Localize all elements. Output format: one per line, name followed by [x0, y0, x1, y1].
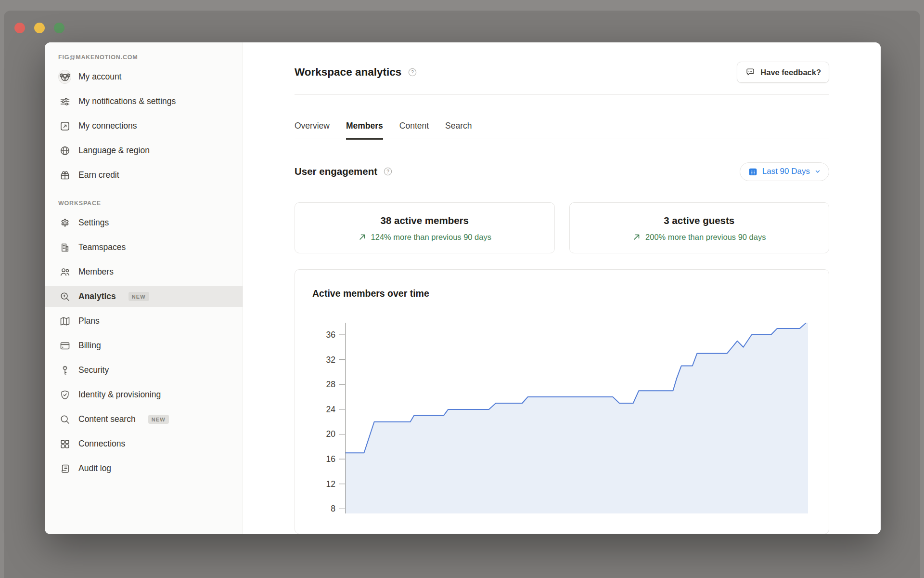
y-tick-label: 16: [326, 454, 335, 464]
trend-up-icon: [632, 233, 641, 241]
analytics-main: Workspace analytics ? Have feedback?: [243, 42, 881, 534]
have-feedback-button[interactable]: Have feedback?: [737, 62, 829, 83]
arrow-up-right-square-icon: [58, 119, 71, 132]
sidebar-item-label: Analytics: [78, 291, 116, 302]
sidebar-item-notifications-settings[interactable]: My notifications & settings: [45, 91, 243, 112]
y-tick-label: 28: [326, 380, 335, 389]
header-divider: [295, 94, 829, 95]
sidebar-item-label: Earn credit: [78, 170, 119, 181]
settings-modal: FIG@MAKENOTION.COM My account: [45, 42, 881, 534]
sliders-icon: [58, 95, 71, 108]
workspace-section-label: WORKSPACE: [58, 200, 243, 207]
analytics-tabs: Overview Members Content Search: [295, 121, 829, 139]
app-window: FIG@MAKENOTION.COM My account: [4, 11, 920, 578]
stat-cards: 38 active members 124% more than previou…: [295, 202, 829, 253]
sidebar-item-content-search[interactable]: Content search NEW: [45, 409, 243, 430]
y-tick-label: 32: [326, 355, 335, 365]
chat-bubble-icon: [745, 67, 756, 78]
building-icon: [58, 241, 71, 254]
active-members-delta: 124% more than previous 90 days: [371, 233, 491, 242]
help-icon[interactable]: ?: [408, 67, 417, 77]
magnifier-icon: [58, 413, 71, 426]
page-title: Workspace analytics: [295, 66, 401, 79]
sidebar-item-label: Audit log: [78, 463, 111, 474]
chart-title: Active members over time: [312, 288, 811, 299]
y-tick-label: 8: [331, 504, 335, 513]
sidebar-item-earn-credit[interactable]: Earn credit: [45, 165, 243, 185]
sidebar-item-my-connections[interactable]: My connections: [45, 116, 243, 136]
sidebar-item-label: My notifications & settings: [78, 96, 176, 107]
sidebar-item-my-account[interactable]: My account: [45, 66, 243, 87]
sidebar-item-connections[interactable]: Connections: [45, 434, 243, 454]
sidebar-item-analytics[interactable]: Analytics NEW: [45, 286, 243, 307]
trend-up-icon: [358, 233, 367, 241]
key-icon: [58, 364, 71, 377]
sidebar-item-label: Billing: [78, 340, 101, 352]
close-window-button[interactable]: [14, 23, 25, 33]
chevron-down-icon: [814, 168, 821, 175]
date-range-dropdown[interactable]: Last 90 Days: [740, 162, 829, 181]
active-members-chart: 363228242016128: [295, 323, 830, 513]
y-tick-label: 20: [326, 429, 336, 439]
tab-overview[interactable]: Overview: [295, 121, 330, 140]
sidebar-item-label: Members: [78, 266, 114, 278]
sidebar-item-audit-log[interactable]: Audit log: [45, 458, 243, 479]
zoom-window-button[interactable]: [54, 23, 64, 33]
koala-avatar: [58, 70, 71, 83]
section-title: User engagement: [295, 166, 377, 177]
sidebar-item-billing[interactable]: Billing: [45, 335, 243, 356]
sidebar-item-label: Security: [78, 365, 109, 376]
sidebar-item-label: Teamspaces: [78, 242, 126, 253]
shield-check-icon: [58, 388, 71, 401]
sidebar-item-label: Connections: [78, 438, 125, 450]
active-members-card: 38 active members 124% more than previou…: [295, 202, 555, 253]
sidebar-item-label: Content search: [78, 414, 136, 425]
sidebar-item-identity-provisioning[interactable]: Identity & provisioning: [45, 384, 243, 405]
sidebar-item-language-region[interactable]: Language & region: [45, 140, 243, 161]
user-engagement-header: User engagement ? Last 90 Days: [295, 162, 829, 181]
chart-area-fill: [346, 323, 808, 513]
y-tick-label: 12: [326, 479, 335, 489]
feedback-button-label: Have feedback?: [760, 68, 821, 77]
sidebar-item-settings[interactable]: Settings: [45, 212, 243, 233]
settings-sidebar: FIG@MAKENOTION.COM My account: [45, 42, 243, 534]
sidebar-item-label: Plans: [78, 315, 100, 327]
active-guests-delta: 200% more than previous 90 days: [645, 233, 766, 242]
map-icon: [58, 315, 71, 328]
sidebar-item-plans[interactable]: Plans: [45, 311, 243, 331]
sidebar-item-label: My account: [78, 71, 121, 83]
active-guests-value: 3 active guests: [575, 215, 824, 226]
globe-icon: [58, 144, 71, 157]
date-range-label: Last 90 Days: [762, 167, 810, 176]
tab-search[interactable]: Search: [445, 121, 472, 140]
gear-icon: [58, 216, 71, 229]
people-icon: [58, 265, 71, 278]
minimize-window-button[interactable]: [34, 23, 45, 33]
credit-card-icon: [58, 339, 71, 352]
y-tick-label: 36: [326, 330, 335, 340]
page-header: Workspace analytics ? Have feedback?: [295, 62, 829, 83]
svg-text:?: ?: [386, 169, 389, 174]
active-guests-card: 3 active guests 200% more than previous …: [569, 202, 830, 253]
help-icon[interactable]: ?: [383, 167, 393, 176]
active-members-chart-card: Active members over time 363228242016128: [295, 269, 829, 534]
sidebar-item-teamspaces[interactable]: Teamspaces: [45, 237, 243, 258]
grid-icon: [58, 437, 71, 450]
new-badge: NEW: [148, 415, 169, 424]
magnifier-sparkle-icon: [58, 290, 71, 303]
tab-members[interactable]: Members: [346, 121, 383, 140]
new-badge: NEW: [128, 292, 149, 301]
sidebar-item-security[interactable]: Security: [45, 360, 243, 381]
account-section-label: FIG@MAKENOTION.COM: [58, 54, 243, 61]
active-members-value: 38 active members: [300, 215, 550, 226]
calendar-icon: [748, 167, 758, 177]
svg-text:?: ?: [411, 70, 414, 75]
sidebar-item-label: My connections: [78, 120, 137, 132]
scroll-icon: [58, 462, 71, 475]
tab-content[interactable]: Content: [399, 121, 429, 140]
gift-icon: [58, 169, 71, 182]
sidebar-item-label: Language & region: [78, 145, 150, 157]
sidebar-item-label: Identity & provisioning: [78, 389, 161, 401]
y-tick-label: 24: [326, 405, 336, 414]
sidebar-item-members[interactable]: Members: [45, 262, 243, 282]
